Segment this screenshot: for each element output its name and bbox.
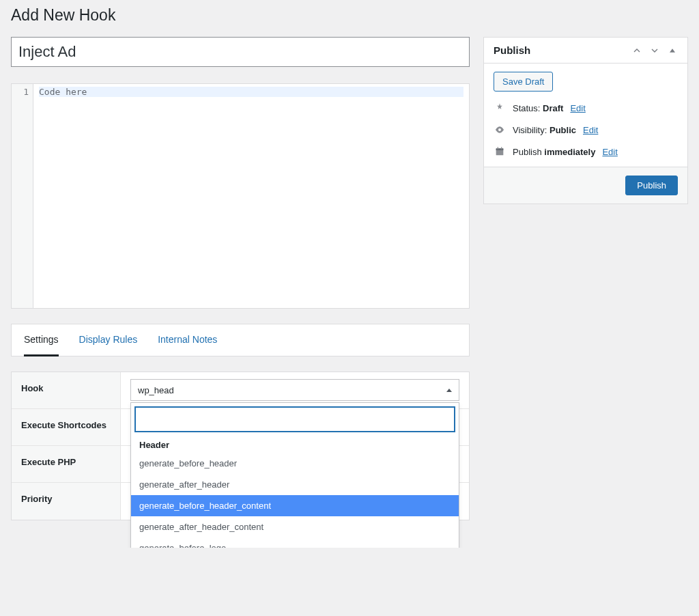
settings-label-php: Execute PHP [12, 446, 121, 482]
eye-icon [494, 124, 506, 135]
status-edit-link[interactable]: Edit [570, 103, 585, 113]
post-title-input[interactable] [11, 37, 470, 67]
status-label: Status: Draft [513, 103, 563, 113]
code-line: Code here [39, 87, 463, 97]
svg-marker-0 [670, 48, 675, 52]
hook-dropdown-group: Header [131, 436, 459, 453]
settings-panel: Hook wp_head Header generate_before_head… [11, 372, 470, 520]
code-editor[interactable]: 1 Code here [11, 83, 470, 309]
hook-option[interactable]: generate_after_header_content [131, 516, 459, 537]
svg-rect-3 [498, 147, 498, 149]
settings-label-priority: Priority [12, 483, 121, 520]
settings-label-shortcodes: Execute Shortcodes [12, 409, 121, 445]
settings-label-hook: Hook [12, 372, 121, 408]
hook-option[interactable]: generate_after_header [131, 474, 459, 495]
visibility-edit-link[interactable]: Edit [583, 125, 598, 135]
calendar-icon [494, 146, 506, 157]
publish-box-title: Publish [494, 44, 530, 56]
svg-rect-2 [496, 148, 504, 150]
hook-dropdown: Header generate_before_header generate_a… [130, 402, 459, 548]
tab-settings[interactable]: Settings [24, 334, 59, 356]
publish-button[interactable]: Publish [625, 176, 678, 195]
tab-display-rules[interactable]: Display Rules [79, 334, 138, 356]
hook-option[interactable]: generate_before_header [131, 453, 459, 474]
chevron-up-icon[interactable] [631, 45, 642, 56]
hook-dropdown-search-input[interactable] [135, 407, 455, 432]
hook-dropdown-list[interactable]: Header generate_before_header generate_a… [131, 436, 459, 548]
collapse-panel-icon[interactable] [667, 45, 678, 56]
publish-box: Publish Save Draft [483, 37, 688, 204]
page-title: Add New Hook [11, 0, 688, 27]
schedule-edit-link[interactable]: Edit [602, 147, 617, 157]
visibility-label: Visibility: Public [513, 125, 576, 135]
save-draft-button[interactable]: Save Draft [494, 72, 553, 92]
hook-option[interactable]: generate_before_header_content [131, 495, 459, 516]
svg-rect-4 [501, 147, 502, 149]
tabs-container: Settings Display Rules Internal Notes [11, 324, 470, 356]
chevron-down-icon[interactable] [649, 45, 660, 56]
hook-select-value: wp_head [138, 385, 174, 395]
tab-internal-notes[interactable]: Internal Notes [158, 334, 217, 356]
schedule-label: Publish immediately [513, 147, 595, 157]
pin-icon [494, 102, 506, 113]
hook-select[interactable]: wp_head [130, 379, 459, 401]
code-gutter: 1 [12, 84, 33, 308]
hook-option[interactable]: generate_before_logo [131, 537, 459, 548]
caret-up-icon [446, 389, 452, 392]
